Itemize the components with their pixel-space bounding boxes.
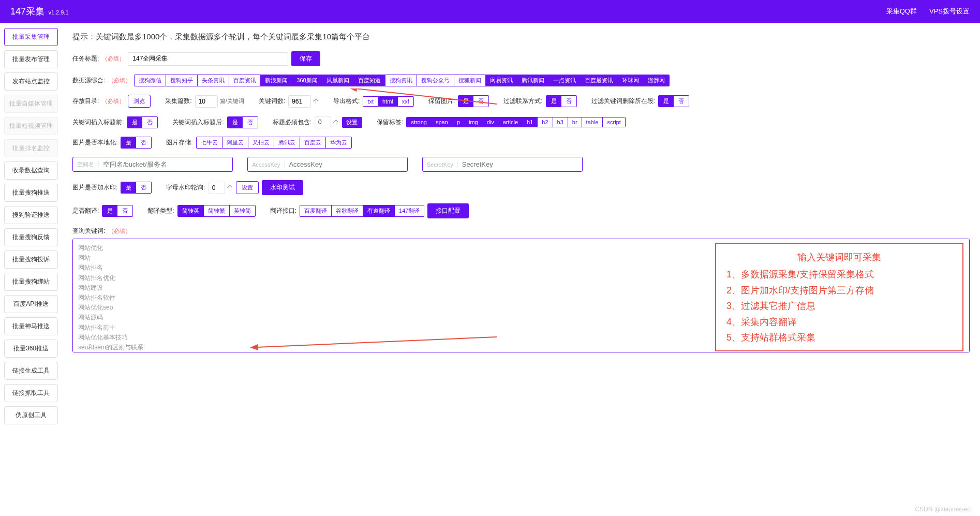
sidebar-item[interactable]: 批量搜狗绑站 <box>4 273 58 291</box>
sidebar-item[interactable]: 批量发布管理 <box>4 50 58 68</box>
ak-input[interactable] <box>285 157 407 171</box>
opt-yes[interactable]: 是 <box>659 96 674 107</box>
kw-query-req: （必填） <box>108 227 131 235</box>
browse-button[interactable]: 浏览 <box>128 95 151 108</box>
tag-option[interactable]: 七牛云 <box>197 137 222 148</box>
opt-no[interactable]: 否 <box>674 96 689 107</box>
tag-option[interactable]: 腾讯云 <box>274 137 300 148</box>
opt-no[interactable]: 否 <box>473 96 488 107</box>
tag-option[interactable]: 搜狗知乎 <box>166 75 198 86</box>
tag-option[interactable]: 阿里云 <box>222 137 248 148</box>
sk-input[interactable] <box>458 157 582 171</box>
tag-option[interactable]: 360新闻 <box>292 75 322 86</box>
tag-option[interactable]: 澎湃网 <box>644 75 669 86</box>
sidebar-item[interactable]: 批量360推送 <box>4 340 58 358</box>
opt-yes[interactable]: 是 <box>102 205 117 216</box>
tag-option[interactable]: 简转繁 <box>204 205 230 216</box>
save-button[interactable]: 保存 <box>291 51 320 66</box>
must-input[interactable] <box>315 116 331 128</box>
tag-option[interactable]: h1 <box>523 117 538 127</box>
tag-option[interactable]: 环球网 <box>618 75 644 86</box>
sidebar-item[interactable]: 收录数据查询 <box>4 161 58 180</box>
tag-option[interactable]: article <box>499 117 523 127</box>
tag-option[interactable]: script <box>603 117 625 127</box>
tag-option[interactable]: 147翻译 <box>395 205 424 216</box>
tag-option[interactable]: 腾讯新闻 <box>517 75 549 86</box>
rotate-input[interactable] <box>209 182 225 194</box>
tag-option[interactable]: 百度最资讯 <box>581 75 618 86</box>
tag-option[interactable]: 有道翻译 <box>363 205 395 216</box>
tag-option[interactable]: 英转简 <box>230 205 255 216</box>
tag-option[interactable]: 简转英 <box>178 205 204 216</box>
tag-option[interactable]: 华为云 <box>326 137 351 148</box>
tag-option[interactable]: xxf <box>398 97 413 106</box>
tag-option[interactable]: html <box>378 97 398 106</box>
opt-no[interactable]: 否 <box>243 117 258 128</box>
tag-option[interactable]: img <box>465 117 483 127</box>
sidebar-item[interactable]: 批量搜狗反馈 <box>4 228 58 246</box>
tag-option[interactable]: 谷歌翻译 <box>332 205 363 216</box>
kw-query-label: 查询关键词: <box>72 227 105 235</box>
tag-option[interactable]: div <box>483 117 499 127</box>
opt-yes[interactable]: 是 <box>546 96 561 107</box>
sidebar-item[interactable]: 搜狗验证推送 <box>4 206 58 224</box>
tag-option[interactable]: 又拍云 <box>248 137 274 148</box>
link-vps[interactable]: VPS拨号设置 <box>929 7 970 16</box>
sidebar-item[interactable]: 批量采集管理 <box>4 28 58 46</box>
tag-option[interactable]: 百度资讯 <box>229 75 261 86</box>
tag-option[interactable]: strong <box>407 117 432 127</box>
tag-option[interactable]: 凤凰新闻 <box>322 75 354 86</box>
sidebar-item[interactable]: 批量搜狗推送 <box>4 184 58 202</box>
tag-option[interactable]: 搜狗公众号 <box>417 75 454 86</box>
opt-yes[interactable]: 是 <box>121 182 136 193</box>
sidebar-item[interactable]: 百度API推送 <box>4 295 58 313</box>
tag-option[interactable]: 搜狐新闻 <box>454 75 486 86</box>
tag-option[interactable]: h2 <box>538 117 553 127</box>
tag-option[interactable]: 搜狗资讯 <box>385 75 417 86</box>
keywords-textarea[interactable] <box>72 239 970 352</box>
tag-option[interactable]: 百度知道 <box>354 75 385 86</box>
sidebar-item[interactable]: 发布站点监控 <box>4 72 58 91</box>
opt-no[interactable]: 否 <box>136 137 151 148</box>
sidebar-item[interactable]: 伪原创工具 <box>4 406 58 424</box>
tag-option[interactable]: p <box>453 117 465 127</box>
wm-label: 图片是否加水印: <box>72 183 117 192</box>
opt-no[interactable]: 否 <box>136 182 151 193</box>
sidebar-item[interactable]: 批量搜狗投诉 <box>4 250 58 269</box>
space-input[interactable] <box>99 157 232 171</box>
tag-option[interactable]: table <box>582 117 603 127</box>
tag-option[interactable]: 百度云 <box>300 137 326 148</box>
tag-option[interactable]: 一点资讯 <box>549 75 581 86</box>
task-title-input[interactable] <box>128 52 288 66</box>
sidebar-item[interactable]: 链接生成工具 <box>4 362 58 380</box>
wm-test-button[interactable]: 水印测试 <box>262 180 303 195</box>
sidebar: 批量采集管理批量发布管理发布站点监控批量自媒体管理批量短视频管理批量排名监控收录… <box>0 23 62 430</box>
tag-option[interactable]: 搜狗微信 <box>135 75 166 86</box>
kw-input[interactable] <box>288 95 311 108</box>
opt-no[interactable]: 否 <box>142 117 157 128</box>
tag-option[interactable]: br <box>568 117 582 127</box>
wm-set-button[interactable]: 设置 <box>236 181 259 194</box>
row-watermark: 图片是否加水印: 是否 字母水印轮询: 个 设置 水印测试 <box>72 180 970 195</box>
storage-req: （必填） <box>102 97 125 105</box>
sidebar-item[interactable]: 批量神马推送 <box>4 317 58 335</box>
tag-option[interactable]: 百度翻译 <box>300 205 332 216</box>
api-config-button[interactable]: 接口配置 <box>427 203 469 218</box>
opt-no[interactable]: 否 <box>117 205 132 216</box>
tag-option[interactable]: 新浪新闻 <box>261 75 292 86</box>
opt-yes[interactable]: 是 <box>458 96 473 107</box>
store-label: 图片存储: <box>166 138 192 147</box>
tag-option[interactable]: 网易资讯 <box>486 75 517 86</box>
tag-option[interactable]: span <box>432 117 453 127</box>
opt-yes[interactable]: 是 <box>127 117 142 128</box>
link-qq[interactable]: 采集QQ群 <box>886 7 917 16</box>
must-set-button[interactable]: 设置 <box>342 117 362 128</box>
opt-yes[interactable]: 是 <box>228 117 243 128</box>
sidebar-item[interactable]: 链接抓取工具 <box>4 384 58 402</box>
count-input[interactable] <box>195 95 218 108</box>
tag-option[interactable]: 头条资讯 <box>198 75 229 86</box>
opt-yes[interactable]: 是 <box>121 137 136 148</box>
tag-option[interactable]: txt <box>363 97 378 106</box>
opt-no[interactable]: 否 <box>561 96 576 107</box>
tag-option[interactable]: h3 <box>553 117 568 127</box>
